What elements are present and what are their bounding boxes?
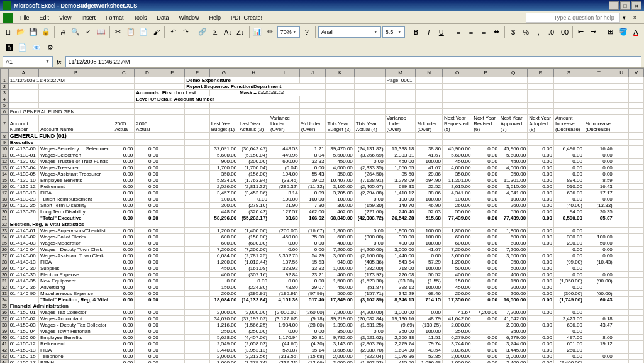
copy-icon[interactable]: 📋 [125, 26, 136, 38]
col-header-E[interactable]: E [160, 69, 185, 77]
menu-help[interactable]: Help [204, 13, 226, 22]
row-header-2[interactable]: 2 [1, 84, 9, 90]
col-header-T[interactable]: T [584, 69, 614, 77]
sum-icon[interactable]: Σ [209, 26, 221, 38]
row-header-31[interactable]: 31 [1, 278, 9, 284]
sort-desc-icon[interactable]: Z↓ [235, 26, 246, 38]
row-header-41[interactable]: 41 [1, 341, 9, 347]
menu-window[interactable]: Window [174, 13, 204, 22]
row-header-17[interactable]: 17 [1, 190, 9, 196]
new-icon[interactable]: 🗋 [3, 26, 14, 38]
col-header-F[interactable]: F [185, 69, 209, 77]
col-header-K[interactable]: K [326, 69, 354, 77]
pdf-b-icon[interactable]: 📄 [16, 42, 29, 54]
col-header-H[interactable]: H [238, 69, 269, 77]
preview-icon[interactable]: 🔍 [70, 26, 81, 38]
menu-format[interactable]: Format [101, 13, 129, 22]
col-header-A[interactable]: A [8, 69, 38, 77]
menu-file[interactable]: File [15, 13, 35, 22]
row-header-16[interactable]: 16 [1, 184, 9, 190]
row-header-19[interactable]: 19 [1, 203, 9, 209]
row-header-11[interactable]: 11 [1, 152, 9, 159]
col-header-P[interactable]: P [472, 69, 499, 77]
borders-icon[interactable]: ⊞ [605, 26, 616, 38]
row-header-12[interactable]: 12 [1, 159, 9, 165]
row-header-37[interactable]: 37 [1, 316, 9, 322]
save-icon[interactable]: 💾 [28, 26, 39, 38]
row-header-15[interactable]: 15 [1, 177, 9, 184]
row-header-25[interactable]: 25 [1, 240, 9, 247]
font-combo[interactable]: Arial▼ [318, 26, 381, 38]
italic-icon[interactable]: I [423, 26, 435, 38]
menu-view[interactable]: View [54, 13, 76, 22]
row-header-8[interactable]: 8 [1, 133, 9, 140]
col-header-R[interactable]: R [528, 69, 554, 77]
col-header-U[interactable]: U [614, 69, 629, 77]
row-header-27[interactable]: 27 [1, 253, 9, 259]
help-icon[interactable]: ? [301, 26, 313, 38]
permission-icon[interactable]: 🔓 [40, 26, 52, 38]
worksheet[interactable]: ABCDEFGHIJKLMNOPQRSTUV111/12/2008 11:46:… [0, 68, 644, 363]
row-header-13[interactable]: 13 [1, 165, 9, 171]
help-input[interactable] [526, 13, 620, 23]
row-header-10[interactable]: 10 [1, 146, 9, 152]
dec-decimal-icon[interactable]: .00 [558, 26, 570, 38]
print-icon[interactable]: 🖨 [57, 26, 69, 38]
pdf-d-icon[interactable]: ⚙ [44, 42, 57, 54]
menu-insert[interactable]: Insert [76, 13, 101, 22]
minimize-button[interactable]: _ [609, 1, 619, 10]
row-header-7[interactable]: 7 [1, 115, 9, 133]
select-all[interactable] [1, 69, 9, 77]
close-button[interactable]: × [631, 1, 641, 10]
cut-icon[interactable]: ✂ [113, 26, 124, 38]
research-icon[interactable]: 📖 [96, 26, 107, 38]
col-header-S[interactable]: S [553, 69, 584, 77]
row-header-1[interactable]: 1 [1, 77, 9, 84]
row-header-22[interactable]: 22 [1, 221, 9, 228]
row-header-33[interactable]: 33 [1, 291, 9, 297]
undo-icon[interactable]: ↶ [167, 26, 179, 38]
underline-icon[interactable]: U [436, 26, 447, 38]
row-header-24[interactable]: 24 [1, 234, 9, 240]
inc-indent-icon[interactable]: ⇥ [588, 26, 599, 38]
col-header-V[interactable]: V [629, 69, 644, 77]
col-header-I[interactable]: I [269, 69, 299, 77]
row-header-32[interactable]: 32 [1, 284, 9, 291]
row-header-9[interactable]: 9 [1, 140, 9, 146]
col-header-D[interactable]: D [135, 69, 160, 77]
row-header-4[interactable]: 4 [1, 96, 9, 103]
comma-icon[interactable]: , [533, 26, 544, 38]
row-header-38[interactable]: 38 [1, 322, 9, 328]
currency-icon[interactable]: $ [508, 26, 519, 38]
row-header-40[interactable]: 40 [1, 335, 9, 341]
row-header-42[interactable]: 42 [1, 347, 9, 354]
align-right-icon[interactable]: ≡ [478, 26, 489, 38]
merge-icon[interactable]: ⬌ [491, 26, 502, 38]
open-icon[interactable]: 📂 [15, 26, 26, 38]
inc-decimal-icon[interactable]: .0 [545, 26, 557, 38]
row-header-14[interactable]: 14 [1, 171, 9, 177]
row-header-28[interactable]: 28 [1, 259, 9, 265]
row-header-30[interactable]: 30 [1, 272, 9, 278]
formula-input[interactable]: 11/12/2008 11:46:22 AM [65, 56, 642, 67]
fx-icon[interactable]: fx [57, 59, 62, 65]
pdf-a-icon[interactable]: 🅰 [3, 42, 15, 54]
row-header-26[interactable]: 26 [1, 247, 9, 253]
align-left-icon[interactable]: ≡ [453, 26, 464, 38]
col-header-Q[interactable]: Q [499, 69, 527, 77]
col-header-J[interactable]: J [299, 69, 326, 77]
fill-icon[interactable]: 🪣 [618, 26, 629, 38]
row-header-18[interactable]: 18 [1, 196, 9, 203]
zoom-combo[interactable]: 70%▼ [277, 26, 300, 38]
row-header-20[interactable]: 20 [1, 209, 9, 215]
col-header-M[interactable]: M [385, 69, 416, 77]
row-header-21[interactable]: 21 [1, 215, 9, 221]
row-header-29[interactable]: 29 [1, 265, 9, 272]
row-header-35[interactable]: 35 [1, 303, 9, 310]
row-header-43[interactable]: 43 [1, 354, 9, 360]
font-color-icon[interactable]: A [630, 26, 641, 38]
paste-icon[interactable]: 📄 [138, 26, 149, 38]
menu-data[interactable]: Data [152, 13, 174, 22]
col-header-B[interactable]: B [38, 69, 113, 77]
row-header-5[interactable]: 5 [1, 103, 9, 109]
